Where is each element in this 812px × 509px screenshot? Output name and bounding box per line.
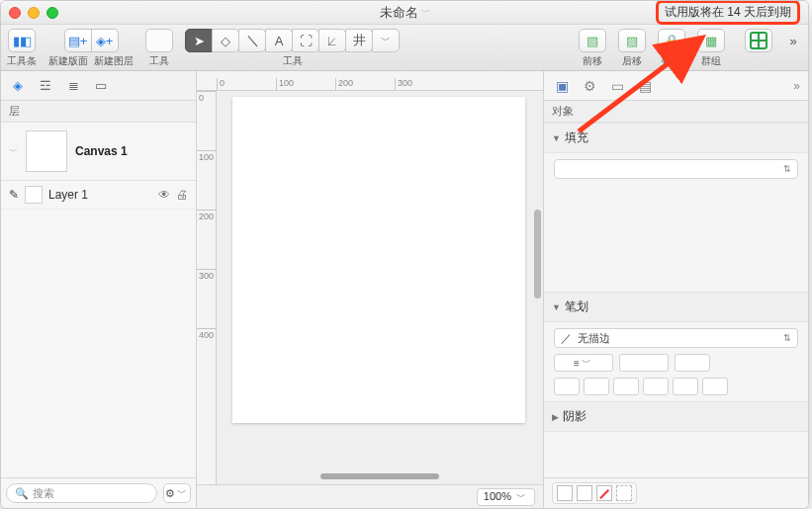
stroke-color-well[interactable] bbox=[675, 354, 710, 372]
window-title[interactable]: 未命名 ﹀ bbox=[380, 4, 430, 22]
node-tool-button[interactable]: ◇ bbox=[212, 29, 239, 52]
title-bar: 未命名 ﹀ 试用版将在 14 天后到期 bbox=[1, 1, 808, 25]
toggle-toolstrip-button[interactable]: ▮◧ bbox=[8, 29, 36, 52]
grid-tool-button[interactable]: 井 bbox=[345, 29, 373, 52]
zoom-control[interactable]: 100% ﹀ bbox=[477, 488, 535, 506]
horizontal-scrollbar[interactable] bbox=[320, 473, 439, 479]
document-tab-icon[interactable]: ▤ bbox=[635, 76, 655, 96]
pen-tool-button[interactable]: ⛶ bbox=[292, 29, 319, 52]
grid-view-button[interactable] bbox=[745, 29, 772, 52]
shape-tool-swatch[interactable] bbox=[145, 29, 173, 52]
zoom-window-icon[interactable] bbox=[46, 7, 58, 19]
new-layer-button[interactable]: ◈+ bbox=[91, 29, 119, 52]
layer-name: Layer 1 bbox=[48, 188, 88, 202]
text-tool-button[interactable]: A bbox=[265, 29, 293, 52]
updown-icon: ⇅ bbox=[783, 164, 791, 174]
group-group: ▦ 群组 bbox=[697, 29, 725, 68]
stroke-type-combo[interactable]: ／无描边 ⇅ bbox=[554, 328, 798, 348]
ruler-v-tick: 0 bbox=[197, 91, 216, 150]
outline-tab-icon[interactable]: ☲ bbox=[37, 77, 54, 95]
fill-section-header[interactable]: ▼ 填充 bbox=[544, 123, 808, 153]
doc-title: 未命名 bbox=[380, 4, 418, 22]
select-tool-button[interactable]: ➤ bbox=[185, 29, 213, 52]
lock-group: 🔒 锁定 bbox=[658, 29, 685, 68]
join-miter-button[interactable] bbox=[643, 378, 669, 395]
cap-butt-button[interactable] bbox=[554, 378, 580, 395]
eye-icon[interactable]: 👁 bbox=[158, 188, 170, 202]
toolbar-overflow-button[interactable]: » bbox=[784, 29, 802, 52]
arrange-front-group: ▧ 前移 bbox=[579, 29, 606, 68]
stroke-style-select[interactable]: ≡ ﹀ bbox=[554, 354, 613, 372]
left-panel-tabs: ◈ ☲ ≣ ▭ bbox=[1, 71, 196, 101]
front-label: 前移 bbox=[583, 54, 602, 68]
vertical-scrollbar[interactable] bbox=[534, 210, 541, 298]
stroke-cap-row bbox=[554, 378, 798, 395]
ruler-v-tick: 200 bbox=[197, 210, 216, 269]
swatch-stroke[interactable] bbox=[577, 485, 592, 501]
canvas-area[interactable] bbox=[217, 91, 543, 484]
ruler-v-tick: 100 bbox=[197, 150, 216, 210]
list-tab-icon[interactable]: ≣ bbox=[64, 77, 82, 95]
swatch-extra[interactable] bbox=[616, 485, 632, 501]
properties-tab-icon[interactable]: ⚙︎ bbox=[580, 76, 599, 96]
layers-tab-icon[interactable]: ◈ bbox=[9, 77, 27, 95]
canvas-panel: 0 100 200 300 0 100 200 300 400 bbox=[197, 71, 543, 508]
canvas-page[interactable] bbox=[232, 97, 525, 423]
toolstrip-toggle-group: ▮◧ 工具条 bbox=[7, 29, 37, 68]
search-input[interactable]: 🔍 搜索 bbox=[6, 483, 157, 503]
canvas-tab-icon[interactable]: ▭ bbox=[607, 76, 627, 96]
stroke-section-header[interactable]: ▼ 笔划 bbox=[544, 292, 808, 322]
cap-round-button[interactable] bbox=[584, 378, 609, 395]
close-window-icon[interactable] bbox=[9, 7, 21, 19]
inspector-panel: ▣ ⚙︎ ▭ ▤ » 对象 ▼ 填充 ⇅ ▼ 笔划 ／无描边 bbox=[543, 71, 808, 508]
toolstrip-label: 工具条 bbox=[7, 54, 37, 68]
swatch-none[interactable] bbox=[596, 485, 612, 501]
slash-icon: ／ bbox=[561, 331, 572, 346]
print-icon[interactable]: 🖨 bbox=[176, 188, 188, 202]
line-tool-button[interactable]: ＼ bbox=[238, 29, 266, 52]
minimize-window-icon[interactable] bbox=[28, 7, 40, 19]
selection-tab-icon[interactable]: ▭ bbox=[92, 77, 110, 95]
shadow-section-header[interactable]: ▶ 阴影 bbox=[544, 401, 808, 432]
ruler-v-tick: 300 bbox=[197, 269, 216, 328]
canvas-name: Canvas 1 bbox=[75, 144, 128, 158]
cap-square-button[interactable] bbox=[613, 378, 639, 395]
main-toolbar: ▮◧ 工具条 ▤+ ◈+ 新建版面 新建图层 工具 ➤ ◇ ＼ A ⛶ bbox=[1, 25, 808, 71]
left-panel: ◈ ☲ ≣ ▭ 层 ﹀ Canvas 1 ✎ Layer 1 👁 🖨 🔍 bbox=[1, 71, 197, 508]
join-bevel-button[interactable] bbox=[702, 378, 728, 395]
join-round-button[interactable] bbox=[673, 378, 698, 395]
stroke-width-field[interactable] bbox=[619, 354, 669, 372]
back-label: 后移 bbox=[622, 54, 642, 68]
updown-icon: ⇅ bbox=[783, 333, 791, 343]
zoom-value: 100% bbox=[484, 490, 511, 502]
ruler-vertical: 0 100 200 300 400 bbox=[197, 91, 217, 484]
inspector-overflow-button[interactable]: » bbox=[793, 79, 800, 93]
tools-label: 工具 bbox=[283, 54, 303, 68]
inspector-footer bbox=[544, 477, 808, 508]
group-button[interactable]: ▦ bbox=[697, 29, 725, 52]
tools-chevron[interactable]: ﹀ bbox=[372, 29, 400, 52]
canvas-row[interactable]: ﹀ Canvas 1 bbox=[1, 123, 196, 181]
active-tool-group: 工具 bbox=[145, 29, 173, 68]
fill-label: 填充 bbox=[565, 129, 588, 146]
canvas-footer: 100% ﹀ bbox=[197, 484, 543, 508]
ruler-h-tick: 0 bbox=[217, 78, 276, 90]
fill-combo[interactable]: ⇅ bbox=[554, 159, 798, 179]
send-back-button[interactable]: ▨ bbox=[618, 29, 646, 52]
search-icon: 🔍 bbox=[15, 487, 29, 500]
chevron-down-icon: ﹀ bbox=[421, 6, 430, 19]
ruler-horizontal: 0 100 200 300 bbox=[197, 71, 543, 91]
disclosure-icon: ▼ bbox=[552, 302, 561, 312]
object-tab-icon[interactable]: ▣ bbox=[552, 76, 572, 96]
layer-row[interactable]: ✎ Layer 1 👁 🖨 bbox=[1, 181, 196, 210]
traffic-lights bbox=[9, 7, 58, 19]
app-body: ◈ ☲ ≣ ▭ 层 ﹀ Canvas 1 ✎ Layer 1 👁 🖨 🔍 bbox=[1, 71, 808, 508]
bring-front-button[interactable]: ▧ bbox=[579, 29, 606, 52]
trial-expiry-notice[interactable]: 试用版将在 14 天后到期 bbox=[656, 0, 800, 25]
new-page-button[interactable]: ▤+ bbox=[64, 29, 92, 52]
swatch-fill[interactable] bbox=[557, 485, 573, 501]
layer-gear-menu[interactable]: ⚙︎﹀ bbox=[163, 483, 191, 503]
lock-button[interactable]: 🔒 bbox=[658, 29, 685, 52]
blank-label bbox=[758, 54, 761, 65]
crop-tool-button[interactable]: ⟀ bbox=[318, 29, 346, 52]
